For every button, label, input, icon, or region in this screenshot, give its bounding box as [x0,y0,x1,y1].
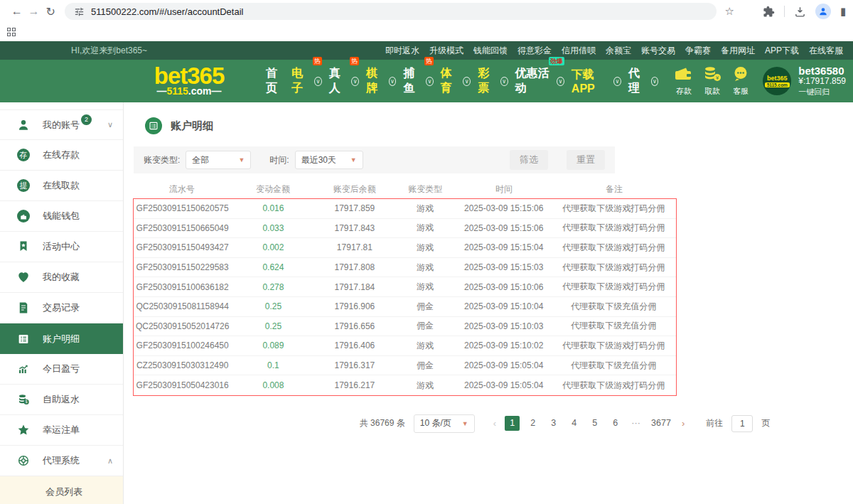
one-key-restore-link[interactable]: 一键回归 [798,87,846,97]
sidebar-item-幸运注单[interactable]: 幸运注单 [0,415,123,446]
prev-page-icon[interactable]: ‹ [490,418,499,429]
chevron-up-icon[interactable]: ∧ [107,456,113,466]
topbar-link[interactable]: 备用网址 [721,45,755,57]
browser-menu-icon[interactable]: ▮ [840,5,847,18]
nav-item-体育[interactable]: 体育∨ [439,66,472,96]
table-row[interactable]: GF250309151504934270.00217917.81游戏2025-0… [134,238,676,258]
topbar-link[interactable]: 升级模式 [429,45,463,57]
filter-button[interactable]: 筛选 [510,150,548,170]
page-number[interactable]: 3677 [649,416,673,431]
site-logo[interactable]: bet365 —5115.com— [136,65,242,97]
withdraw-icon: 提 [16,178,31,193]
reset-button[interactable]: 重置 [567,150,605,170]
sidebar-item-账户明细[interactable]: 账户明细 [0,323,123,354]
sidebar-item-钱能钱包[interactable]: 钱能钱包 [0,201,123,232]
column-header: 账变类型 [394,183,456,195]
nav-item-彩票[interactable]: 彩票∨ [476,66,509,96]
logo-domain: —5115.com— [136,85,242,97]
page-number[interactable]: 2 [525,416,540,431]
type-filter-select[interactable]: 全部 ▼ [186,151,251,169]
table-row[interactable]: GF250309151006361820.27817917.184游戏2025-… [134,277,676,297]
quick-action-wallet[interactable]: 存款 [673,65,694,97]
sidebar-item-在线取款[interactable]: 提在线取款 [0,171,123,201]
wallet-icon [673,65,694,85]
topbar-link[interactable]: 在线客服 [809,45,843,57]
nav-item-电子[interactable]: 热电子∨ [290,66,323,96]
sidebar-item-自助返水[interactable]: $自助返水 [0,385,123,415]
page-number[interactable]: 6 [608,416,623,431]
sidebar-item-我的收藏[interactable]: 我的收藏 [0,262,123,293]
table-row[interactable]: QC250309150520147260.2517916.656佣金2025-0… [134,317,676,337]
topbar-link[interactable]: 争霸赛 [685,45,711,57]
quick-action-coins[interactable]: ¥取款 [702,65,723,97]
bookmark-star-icon[interactable]: ☆ [725,5,734,18]
table-row[interactable]: GF250309151002464500.08917916.406游戏2025-… [134,336,676,356]
sidebar-item-活动中心[interactable]: 活动中心 [0,232,123,262]
topbar-link[interactable]: 账号交易 [641,45,675,57]
filter-bar: 账变类型: 全部 ▼ 时间: 最近30天 ▼ 筛选 重置 [134,146,615,173]
total-count: 共 36769 条 [360,417,405,429]
table-row[interactable]: CZ250309150303124900.117916.317佣金2025-03… [134,356,676,376]
sidebar-item-交易记录[interactable]: 交易记录 [0,293,123,323]
topbar-link[interactable]: 得意彩金 [517,45,552,57]
nav-item-代理[interactable]: 代理∨ [627,66,660,96]
extensions-icon[interactable] [763,6,775,18]
nav-item-捕鱼[interactable]: 热捕鱼∨ [402,66,434,96]
goto-page-input[interactable] [731,415,753,432]
nav-label: 首页 [264,66,286,96]
sidebar: 我的账号2∨存在线存款提在线取款钱能钱包活动中心我的收藏交易记录账户明细今日盈亏… [0,102,124,504]
topbar-link[interactable]: 即时返水 [385,45,419,57]
sidebar-item-label: 交易记录 [43,301,80,314]
back-icon[interactable]: ← [9,5,26,18]
per-page-select[interactable]: 10 条/页 ▼ [414,414,475,433]
txn-balance: 17917.808 [316,262,395,272]
sidebar-item-会员列表[interactable]: 会员列表 [0,476,123,504]
coins-icon: ¥ [702,65,723,85]
nav-item-真人[interactable]: 热真人∨ [328,66,360,96]
page-number[interactable]: 5 [587,416,602,431]
time-filter-select[interactable]: 最近30天 ▼ [295,151,363,169]
site-settings-icon[interactable] [74,6,85,17]
page-number[interactable]: 4 [567,416,581,431]
profile-avatar[interactable] [815,4,831,19]
nav-label: 真人 [328,66,349,96]
topbar-link[interactable]: APP下载 [765,45,799,57]
table-row[interactable]: GF250309151506650490.03317917.843游戏2025-… [134,219,676,239]
url-text[interactable]: 511500222.com/#/user/accountDetail [91,6,243,17]
reload-icon[interactable]: ↻ [42,5,59,18]
txn-balance: 17917.843 [316,223,395,233]
txn-balance: 17916.656 [316,321,395,331]
nav-item-棋牌[interactable]: 棋牌∨ [365,66,397,96]
txn-balance: 17917.81 [316,242,395,252]
txn-amount: 0.624 [231,262,315,272]
sidebar-item-在线存款[interactable]: 存在线存款 [0,140,123,171]
topbar-link[interactable]: 余额宝 [606,45,631,57]
txn-time: 2025-03-09 15:10:03 [456,321,552,331]
txn-type: 游戏 [394,222,456,234]
page-number[interactable]: 3 [546,416,561,431]
table-row[interactable]: GF250309150504230160.00817916.217游戏2025-… [134,375,676,395]
nav-item-首页[interactable]: 首页 [264,66,286,96]
table-row[interactable]: QC250309150811589440.2517916.906佣金2025-0… [134,297,676,317]
next-page-icon[interactable]: › [679,418,687,429]
table-row[interactable]: GF250309151506205750.01617917.859游戏2025-… [134,199,676,219]
table-row[interactable]: GF250309151502295830.62417917.808游戏2025-… [134,258,676,278]
topbar-link[interactable]: 信用借呗 [562,45,596,57]
site-header: bet365 —5115.com— 首页热电子∨热真人∨棋牌∨热捕鱼∨体育∨彩票… [0,60,853,102]
apps-grid-icon[interactable] [7,28,16,36]
chevron-down-icon[interactable]: ∨ [107,120,113,129]
downloads-icon[interactable] [794,6,806,18]
topbar-link[interactable]: 钱能回馈 [473,45,508,57]
nav-label: 电子 [290,66,311,96]
nav-item-下载APP[interactable]: 下载APP∨ [570,68,623,95]
sidebar-item-今日盈亏[interactable]: 今日盈亏 [0,354,123,385]
column-header: 账变后余额 [315,183,394,195]
rebate-icon: $ [16,392,31,407]
quick-action-headset[interactable]: 客服 [730,65,751,97]
forward-icon[interactable]: → [26,5,43,18]
sidebar-item-代理系统[interactable]: 代理系统∧ [0,446,123,476]
page-number[interactable]: 1 [505,416,520,431]
nav-item-优惠活动[interactable]: 劲爆优惠活动∨ [514,66,566,96]
sidebar-item-我的账号[interactable]: 我的账号2∨ [0,109,123,140]
address-bar[interactable]: 511500222.com/#/user/accountDetail [65,3,716,20]
